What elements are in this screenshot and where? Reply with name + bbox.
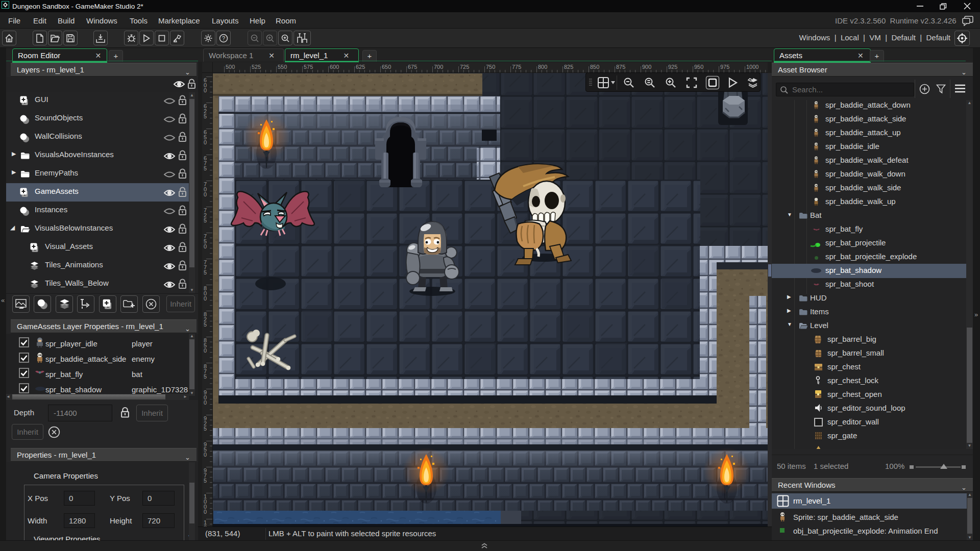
svg-text:650: 650 [204,129,207,145]
svg-text:725: 725 [460,64,469,70]
svg-text:900: 900 [642,64,651,70]
svg-text:625: 625 [356,64,365,70]
svg-text:1000: 1000 [746,64,758,70]
svg-text:1025: 1025 [204,519,207,527]
svg-text:775: 775 [512,64,521,70]
svg-text:850: 850 [204,337,207,354]
svg-text:675: 675 [408,64,417,70]
svg-text:?: ? [222,35,225,41]
svg-text:975: 975 [204,467,207,484]
svg-text:650: 650 [382,64,391,70]
svg-text:750: 750 [486,64,495,70]
svg-text:800: 800 [538,64,547,70]
svg-text:925: 925 [204,415,207,432]
svg-text:775: 775 [204,259,207,276]
svg-text:850: 850 [590,64,599,70]
svg-text:950: 950 [204,441,207,458]
svg-text:700: 700 [434,64,443,70]
svg-text:950: 950 [694,64,703,70]
svg-text:900: 900 [204,389,207,406]
svg-text:625: 625 [204,103,207,119]
svg-text:525: 525 [252,64,261,70]
svg-text:750: 750 [204,233,207,249]
svg-text:825: 825 [564,64,573,70]
svg-text:500: 500 [226,64,235,70]
svg-text:725: 725 [204,207,207,223]
svg-text:700: 700 [204,181,207,197]
svg-text:600: 600 [330,64,339,70]
svg-text:1000: 1000 [204,493,207,515]
svg-text:675: 675 [204,155,207,171]
svg-text:575: 575 [304,64,313,70]
svg-text:875: 875 [204,363,207,380]
svg-text:825: 825 [204,311,207,328]
svg-text:925: 925 [668,64,677,70]
svg-text:875: 875 [616,64,625,70]
svg-text:800: 800 [204,285,207,302]
svg-text:550: 550 [278,64,287,70]
svg-text:600: 600 [204,77,207,93]
svg-text:975: 975 [720,64,729,70]
